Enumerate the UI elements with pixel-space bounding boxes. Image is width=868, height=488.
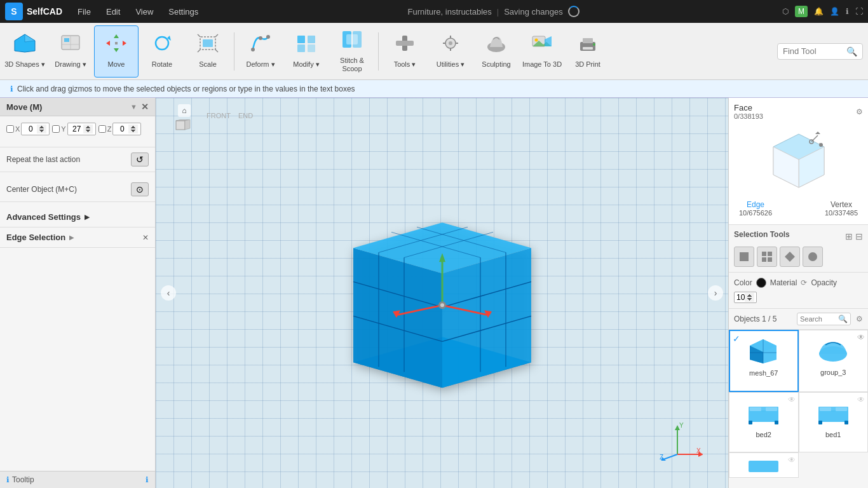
view-menu[interactable]: View [129, 4, 159, 19]
tool-stitch-scoop[interactable]: Stitch & Scoop [330, 25, 374, 78]
find-tool-input[interactable] [783, 46, 846, 56]
tool-drawing[interactable]: Drawing ▾ [48, 25, 93, 78]
center-object-btn[interactable]: ⊙ [131, 182, 149, 196]
svg-rect-115 [844, 421, 848, 424]
face-info: Face 0/338193 [734, 103, 763, 120]
svg-rect-44 [583, 47, 593, 50]
obj-item-bed2[interactable]: 👁 bed2 [729, 392, 799, 453]
tool-utilities-label: Utilities ▾ [437, 60, 465, 69]
selection-tools-right-icons: ⊞ ⊟ [845, 231, 863, 241]
sel-tool-btn-2[interactable] [757, 247, 777, 267]
tool-image-to-3d[interactable]: Image To 3D [520, 25, 564, 78]
obj-thumb-bed2 [745, 396, 783, 428]
sel-tool-btn-3[interactable] [780, 247, 800, 267]
tool-3d-print[interactable]: 3D Print [566, 25, 610, 78]
obj-name-group-3: group_3 [820, 369, 846, 376]
edge-selection-close[interactable]: ✕ [142, 233, 149, 242]
fullscreen-icon[interactable]: ⛶ [855, 7, 863, 16]
repeat-action-btn[interactable]: ↺ [131, 152, 149, 166]
svg-line-86 [811, 135, 818, 142]
obj-eye-icon-group-3[interactable]: 👁 [857, 333, 865, 342]
color-picker[interactable] [756, 278, 766, 288]
edit-menu[interactable]: Edit [100, 4, 126, 19]
svg-text:Z: Z [660, 454, 663, 461]
tool-rotate[interactable]: Rotate [140, 25, 184, 78]
svg-rect-104 [749, 410, 778, 422]
tool-3d-shapes[interactable]: 3D Shapes ▾ [3, 25, 47, 78]
svg-rect-43 [583, 38, 593, 43]
search-box[interactable]: 🔍 [797, 313, 851, 325]
tooltip-label: Tooltip [12, 475, 34, 484]
sel-tool-icon-1[interactable]: ⊞ [845, 231, 853, 241]
y-input[interactable] [67, 123, 96, 135]
x-checkbox[interactable] [6, 125, 14, 133]
svg-rect-110 [818, 410, 848, 422]
info-icon[interactable]: ℹ [846, 7, 849, 16]
opacity-input[interactable] [734, 292, 757, 303]
objects-label: Objects 1 / 5 [734, 315, 794, 323]
coord-section: X Y Z [0, 116, 155, 147]
tools-icon [393, 33, 416, 58]
obj-eye-icon-partial[interactable]: 👁 [788, 456, 796, 464]
cube-svg [296, 159, 588, 400]
move-icon [105, 33, 128, 58]
canvas-area[interactable]: ‹ › ⌂ FRONT END [156, 98, 728, 488]
obj-check-icon: ✓ [733, 334, 740, 344]
panel-close-btn[interactable]: ✕ [141, 102, 149, 112]
tool-move[interactable]: Move [94, 25, 139, 78]
find-tool-box[interactable]: 🔍 [777, 43, 863, 60]
logo-icon: S [5, 3, 23, 20]
svg-line-79 [663, 454, 677, 459]
tool-deform[interactable]: Deform ▾ [238, 25, 283, 78]
tool-utilities[interactable]: Utilities ▾ [428, 25, 473, 78]
home-btn[interactable]: ⌂ [178, 104, 191, 117]
vertex-item[interactable]: Vertex 10/337485 [825, 200, 858, 217]
y-checkbox[interactable] [52, 125, 60, 133]
objects-gear-icon[interactable]: ⚙ [856, 315, 863, 323]
sel-tool-btn-4[interactable] [803, 247, 823, 267]
edge-item[interactable]: Edge 10/675626 [739, 200, 772, 217]
tool-sculpting[interactable]: Sculpting [474, 25, 519, 78]
z-checkbox[interactable] [98, 125, 106, 133]
svg-rect-112 [820, 407, 831, 411]
obj-item-bed1[interactable]: 👁 bed1 [799, 392, 869, 453]
stitch-scoop-icon [341, 29, 363, 54]
face-gear-icon[interactable]: ⚙ [856, 107, 863, 116]
settings-menu[interactable]: Settings [162, 4, 205, 19]
tool-modify[interactable]: Modify ▾ [284, 25, 329, 78]
objects-grid: ✓ mesh_67 👁 [729, 330, 868, 488]
tool-tools[interactable]: Tools ▾ [383, 25, 427, 78]
sel-tool-btn-1[interactable] [734, 247, 754, 267]
x-input[interactable] [21, 123, 50, 135]
face-count: 0/338193 [734, 112, 763, 120]
svg-marker-41 [545, 36, 552, 46]
project-name: Furniture, instructables [408, 7, 492, 17]
nav-arrow-left[interactable]: ‹ [161, 285, 176, 301]
svg-text:X: X [696, 447, 701, 454]
share-icon[interactable]: ⬡ [782, 7, 789, 16]
advanced-settings-section[interactable]: Advanced Settings ▶ [0, 207, 155, 227]
tool-scale[interactable]: Scale [186, 25, 230, 78]
svg-marker-1 [25, 34, 35, 42]
main-area: Move (M) ▼ ✕ X Y [0, 98, 868, 488]
notification-icon[interactable]: 🔔 [814, 7, 824, 16]
tool-stitch-scoop-label: Stitch & Scoop [331, 57, 373, 73]
sel-tool-icon-2[interactable]: ⊟ [855, 231, 863, 241]
search-input[interactable] [800, 315, 838, 323]
m-icon[interactable]: M [795, 6, 808, 17]
material-icon[interactable]: ⟳ [801, 278, 807, 287]
tool-drawing-label: Drawing ▾ [55, 60, 86, 69]
obj-eye-icon-bed2[interactable]: 👁 [788, 395, 796, 404]
svg-rect-23 [308, 36, 315, 43]
obj-eye-icon-bed1[interactable]: 👁 [857, 395, 865, 404]
obj-item-group-3[interactable]: 👁 group_3 [799, 330, 869, 392]
obj-item-partial[interactable]: 👁 [729, 452, 799, 478]
nav-arrow-right[interactable]: › [708, 285, 723, 301]
svg-rect-91 [740, 252, 749, 261]
svg-marker-6 [114, 34, 119, 38]
user-icon[interactable]: 👤 [830, 7, 839, 16]
tool-3d-print-label: 3D Print [575, 60, 600, 69]
z-input[interactable] [112, 123, 141, 135]
file-menu[interactable]: File [71, 4, 97, 19]
obj-item-mesh-67[interactable]: ✓ mesh_67 [729, 330, 799, 392]
